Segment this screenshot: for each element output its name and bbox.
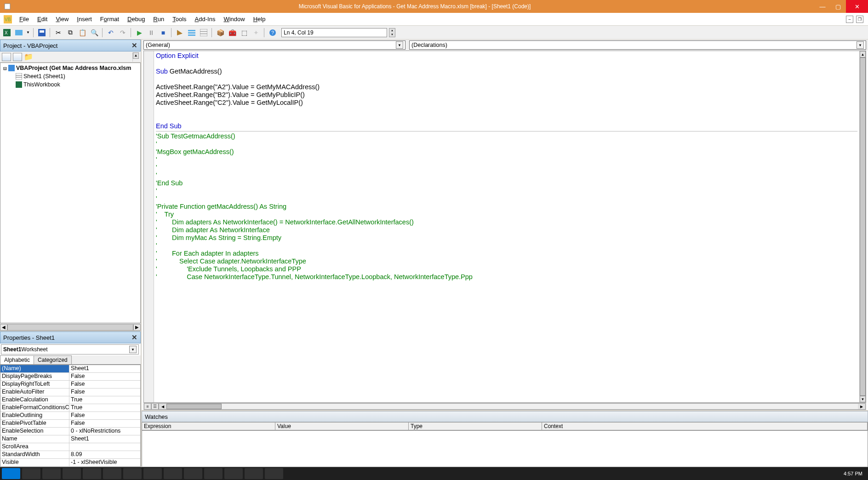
- project-vscroll[interactable]: ▲: [132, 52, 139, 62]
- property-value[interactable]: True: [69, 396, 140, 404]
- property-value[interactable]: False: [69, 420, 140, 427]
- menu-file[interactable]: File: [16, 15, 33, 23]
- cut-icon[interactable]: ✂: [53, 28, 63, 38]
- chevron-down-icon[interactable]: ▼: [857, 41, 864, 49]
- paste-icon[interactable]: 📋: [77, 28, 87, 38]
- menu-tools[interactable]: Tools: [169, 15, 190, 23]
- close-button[interactable]: ✕: [846, 0, 868, 13]
- view-object-icon[interactable]: [13, 53, 22, 61]
- tab-categorized[interactable]: Categorized: [34, 355, 72, 364]
- property-value[interactable]: Sheet1: [69, 365, 140, 372]
- watches-body[interactable]: [142, 430, 868, 467]
- properties-icon[interactable]: [199, 28, 209, 38]
- property-value[interactable]: 0 - xlNoRestrictions: [69, 428, 140, 435]
- property-row[interactable]: StandardWidth8.09: [0, 451, 140, 459]
- property-value[interactable]: [69, 443, 140, 451]
- stop-icon[interactable]: ■: [158, 28, 168, 38]
- properties-grid[interactable]: (Name)Sheet1DisplayPageBreaksFalseDispla…: [0, 365, 141, 467]
- design-mode-icon[interactable]: [175, 28, 185, 38]
- bookmark-icon[interactable]: ✦: [251, 28, 261, 38]
- cursor-pos-spinner[interactable]: ▲▼: [389, 28, 395, 37]
- menu-addins[interactable]: Add-Ins: [191, 15, 219, 23]
- procedure-view-icon[interactable]: ≡: [144, 403, 151, 410]
- property-row[interactable]: ScrollArea: [0, 443, 140, 451]
- property-row[interactable]: EnableCalculationTrue: [0, 396, 140, 404]
- taskbar-item[interactable]: [143, 468, 162, 479]
- menu-run[interactable]: Run: [149, 15, 168, 23]
- code-vscroll[interactable]: ▲▼: [859, 51, 866, 402]
- code-text[interactable]: Option Explicit Sub GetMacAddress() Acti…: [154, 51, 859, 402]
- insert-module-icon[interactable]: [14, 28, 24, 38]
- full-module-view-icon[interactable]: ☰: [151, 403, 159, 410]
- taskbar-item[interactable]: [224, 468, 243, 479]
- property-row[interactable]: DisplayPageBreaksFalse: [0, 373, 140, 381]
- tree-project-root[interactable]: ⊟ VBAProject (Get Mac Address Macro.xlsm: [2, 64, 139, 72]
- property-row[interactable]: EnableOutliningFalse: [0, 412, 140, 420]
- menu-window[interactable]: Window: [220, 15, 248, 23]
- find-icon[interactable]: 🔍: [89, 28, 99, 38]
- property-value[interactable]: True: [69, 404, 140, 411]
- menu-debug[interactable]: Debug: [124, 15, 148, 23]
- taskbar-item[interactable]: [63, 468, 81, 479]
- taskbar-item[interactable]: [83, 468, 101, 479]
- project-panel-close-icon[interactable]: ✕: [131, 41, 137, 50]
- tab-order-icon[interactable]: ⬚: [239, 28, 249, 38]
- maximize-button[interactable]: ▢: [830, 0, 846, 13]
- project-tree[interactable]: ⊟ VBAProject (Get Mac Address Macro.xlsm…: [0, 63, 141, 323]
- taskbar-start[interactable]: [2, 468, 20, 479]
- run-icon[interactable]: ▶: [134, 28, 144, 38]
- pause-icon[interactable]: ⏸: [146, 28, 156, 38]
- watches-col-type[interactable]: Type: [409, 423, 542, 430]
- view-excel-icon[interactable]: X: [2, 28, 12, 38]
- taskbar-item[interactable]: [204, 468, 223, 479]
- toolbox-icon[interactable]: 🧰: [227, 28, 237, 38]
- property-value[interactable]: False: [69, 373, 140, 380]
- menu-edit[interactable]: Edit: [34, 15, 51, 23]
- menu-insert[interactable]: Insert: [73, 15, 96, 23]
- code-hscroll[interactable]: ≡ ☰ ◀▶: [143, 403, 866, 410]
- taskbar-item[interactable]: [103, 468, 121, 479]
- project-explorer-icon[interactable]: [187, 28, 197, 38]
- property-row[interactable]: EnableFormatConditionsCaTrue: [0, 404, 140, 412]
- taskbar-item[interactable]: [245, 468, 263, 479]
- toggle-folders-icon[interactable]: 📁: [24, 53, 33, 61]
- property-row[interactable]: EnablePivotTableFalse: [0, 420, 140, 428]
- property-row[interactable]: (Name)Sheet1: [0, 365, 140, 373]
- undo-icon[interactable]: ↶: [106, 28, 116, 38]
- taskbar-item[interactable]: [184, 468, 202, 479]
- chevron-down-icon[interactable]: ▼: [396, 41, 403, 49]
- property-value[interactable]: Sheet1: [69, 435, 140, 443]
- property-row[interactable]: DisplayRightToLeftFalse: [0, 381, 140, 389]
- property-row[interactable]: Visible-1 - xlSheetVisible: [0, 459, 140, 467]
- redo-icon[interactable]: ↷: [118, 28, 128, 38]
- property-value[interactable]: -1 - xlSheetVisible: [69, 459, 140, 466]
- tree-item-sheet1[interactable]: Sheet1 (Sheet1): [15, 72, 139, 80]
- menu-view[interactable]: View: [52, 15, 72, 23]
- code-procedure-dropdown[interactable]: (Declarations) ▼: [409, 40, 866, 50]
- code-object-dropdown[interactable]: (General) ▼: [143, 40, 405, 50]
- object-browser-icon[interactable]: 📦: [215, 28, 225, 38]
- chevron-down-icon[interactable]: ▼: [129, 346, 137, 353]
- view-code-icon[interactable]: [2, 53, 11, 61]
- properties-object-selector[interactable]: Sheet1 Worksheet ▼: [1, 344, 139, 354]
- taskbar-item[interactable]: [164, 468, 182, 479]
- taskbar-item[interactable]: [265, 468, 283, 479]
- project-hscroll[interactable]: ◀ ▶: [0, 323, 141, 331]
- code-editor[interactable]: Option Explicit Sub GetMacAddress() Acti…: [143, 51, 866, 403]
- properties-panel-close-icon[interactable]: ✕: [131, 333, 137, 342]
- scroll-right-icon[interactable]: ▶: [133, 324, 141, 331]
- taskbar-item[interactable]: [123, 468, 142, 479]
- property-row[interactable]: EnableSelection0 - xlNoRestrictions: [0, 428, 140, 435]
- property-value[interactable]: False: [69, 412, 140, 419]
- watches-col-context[interactable]: Context: [542, 423, 868, 430]
- taskbar-item[interactable]: [22, 468, 40, 479]
- watches-col-expression[interactable]: Expression: [142, 423, 275, 430]
- save-icon[interactable]: [37, 28, 47, 38]
- scroll-left-icon[interactable]: ◀: [0, 324, 7, 331]
- child-minimize-button[interactable]: –: [846, 16, 853, 23]
- property-value[interactable]: False: [69, 381, 140, 388]
- property-row[interactable]: NameSheet1: [0, 435, 140, 443]
- dropdown-arrow-icon[interactable]: ▼: [26, 28, 30, 38]
- minimize-button[interactable]: —: [815, 0, 830, 13]
- property-row[interactable]: EnableAutoFilterFalse: [0, 389, 140, 396]
